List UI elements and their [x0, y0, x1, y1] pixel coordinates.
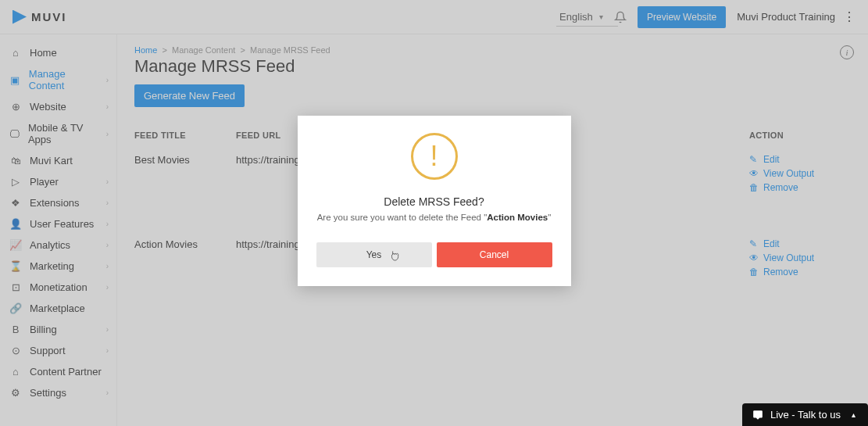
chevron-up-icon: ▴ — [852, 410, 855, 419]
live-chat-widget[interactable]: Live - Talk to us ▴ — [742, 403, 868, 426]
warning-icon: ! — [411, 133, 458, 180]
modal-overlay: ! Delete MRSS Feed? Are you sure you wan… — [0, 0, 868, 426]
modal-title: Delete MRSS Feed? — [316, 195, 552, 208]
delete-modal: ! Delete MRSS Feed? Are you sure you wan… — [298, 116, 571, 286]
chat-label: Live - Talk to us — [770, 409, 841, 421]
cancel-button[interactable]: Cancel — [437, 242, 552, 267]
yes-button[interactable]: Yes — [316, 242, 432, 267]
chat-icon — [752, 410, 764, 421]
cursor-icon — [389, 249, 400, 262]
modal-text: Are you sure you want to delete the Feed… — [316, 213, 552, 222]
